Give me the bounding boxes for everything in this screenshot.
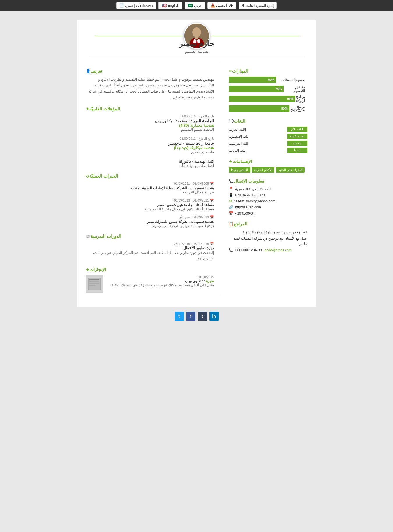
- skill-item: برنامج أوتوكاد 90%: [229, 95, 307, 103]
- languages-list: اللغة الأم اللغة العربية إجادة كاملة الل…: [229, 127, 307, 153]
- contact-title: معلومات الإتصال: [234, 178, 264, 184]
- skill-bar-row: برامج CAD/CAE 80%: [229, 105, 307, 113]
- edu-sub: أعمل على إنهائها حالياً.: [86, 164, 214, 168]
- achievement-text: 01/10/2015 سيرة : تطبيق ويب مثال على أفض…: [107, 275, 214, 287]
- pdf-button[interactable]: 📥 تحميل PDF: [207, 2, 236, 9]
- skill-item: تصميم المنتجات 60%: [229, 77, 307, 83]
- english-label: English: [168, 3, 179, 8]
- exp-date: 📅 01/09/2013 - حتى الآن: [86, 215, 214, 219]
- arabic-button[interactable]: 🇸🇦 عربي: [185, 2, 205, 9]
- manage-cv-button[interactable]: ⚙ إدارة السيرة الذاتية: [239, 2, 277, 9]
- interest-tag: المشي وحيداً: [229, 167, 250, 173]
- pdf-icon: 📥: [211, 3, 215, 8]
- interests-section-header: الإهتمامات ★: [229, 159, 307, 164]
- facebook-button[interactable]: f: [186, 312, 195, 321]
- reference-item: عبدالرحمن حسن - مدير إدارة الموارد البشر…: [229, 229, 307, 253]
- contact-list: المملكة العربية السعودية 📍 +917 056 3456…: [229, 187, 307, 215]
- contact-country-text: المملكة العربية السعودية: [235, 187, 271, 191]
- twitter-button[interactable]: t: [175, 312, 184, 321]
- svg-rect-3: [195, 37, 198, 39]
- contact-website-text: http://seirah.com: [235, 205, 261, 209]
- skills-list: تصميم المنتجات 60% مفاهيم التصميم 70% بر…: [229, 77, 307, 113]
- interest-tag: التحرك على الجليد: [276, 167, 305, 173]
- manage-label: إدارة السيرة الذاتية: [246, 3, 274, 8]
- pdf-label: تحميل PDF: [216, 3, 233, 8]
- intro-icon: 👤: [86, 69, 91, 73]
- intro-title: تعريف: [91, 68, 102, 74]
- svg-rect-9: [89, 285, 95, 286]
- linkedin-icon: in: [212, 314, 216, 319]
- lang-name: اللغة العربية: [229, 128, 246, 132]
- profile-name: حازم سمير: [77, 39, 316, 48]
- skill-bar-row: تصميم المنتجات 60%: [229, 77, 307, 83]
- right-column: تعريف 👤 مهندس تصميم موهوب و عامل بجد ، أ…: [86, 63, 214, 296]
- edu-institution: الجامعة العربية المفتوحة - بكالوريوس: [86, 119, 214, 123]
- svg-point-1: [192, 27, 201, 37]
- edu-degree: هندسة ميكانيكة (جيد جداً): [86, 146, 214, 150]
- education-icon: ★: [86, 107, 89, 111]
- edu-date: تاريخ التخرج : 01/09/2012: [86, 137, 214, 141]
- achievement-title: سيرة : تطبيق ويب: [107, 279, 214, 283]
- language-item: مبتدأ اللغة اليابانية: [229, 148, 307, 153]
- exp-company: هندسة تصميمات - شركة حسين للعقارات-مصر: [86, 220, 214, 224]
- english-button[interactable]: 🇺🇸 English: [158, 2, 182, 9]
- lang-level: مبتدأ: [287, 148, 307, 153]
- exp-date: 📅 01/09/2008 - 01/09/2011: [86, 182, 214, 185]
- experience-title: الخبرات العمليّة: [89, 174, 118, 179]
- references-title: المراجع: [234, 221, 247, 227]
- achievement-title-text: : تطبيق ويب: [185, 279, 205, 283]
- tumblr-icon: t: [202, 314, 203, 319]
- facebook-icon: f: [190, 314, 191, 319]
- achievement-image: [86, 275, 103, 293]
- skill-label: تصميم المنتجات: [276, 78, 307, 82]
- training-course-title: دورة تطوير الأعمال: [86, 246, 214, 250]
- reference-name: عبدالرحمن حسن - مدير إدارة الموارد البشر…: [229, 229, 307, 235]
- interests-title: الإهتمامات: [232, 159, 252, 164]
- experience-section-header: الخبرات العمليّة ⚙: [86, 174, 214, 179]
- training-title: الدورات التدريبية: [91, 234, 121, 239]
- skill-item: برامج CAD/CAE 80%: [229, 105, 307, 113]
- lang-name: اللغة الفرنسية: [229, 142, 249, 146]
- profile-divider: [89, 58, 304, 58]
- tumblr-button[interactable]: t: [198, 312, 207, 321]
- profile-header: حازم سمير هندسة تصميم: [77, 20, 316, 58]
- language-item: محدود اللغة الفرنسية: [229, 141, 307, 146]
- calendar-icon: 📅: [229, 211, 233, 215]
- email-icon-small: ✉: [259, 248, 262, 253]
- interest-tag: الأفلام الحديثة: [252, 167, 274, 173]
- references-section-header: المراجع 📋: [229, 221, 307, 227]
- linkedin-button[interactable]: in: [209, 312, 219, 321]
- lang-name: اللغة اليابانية: [229, 149, 246, 153]
- skills-section-header: المهارات ✏: [229, 68, 307, 74]
- references-icon: 📋: [229, 222, 234, 226]
- skill-label: مفاهيم التصميم: [284, 85, 307, 93]
- edu-institution: جامعة رايت ستيت - ماجستير: [86, 141, 214, 146]
- achievement-date: 01/10/2015: [107, 275, 214, 279]
- phone-icon-small: 📞: [229, 248, 233, 253]
- email-icon: ✉: [229, 199, 232, 203]
- languages-section-header: اللغات 💬: [229, 119, 307, 124]
- reference-phone: 08000001234: [235, 248, 257, 253]
- site-button[interactable]: 📄 سيرة | seirah.com: [116, 2, 156, 9]
- arabic-label: عربي: [194, 3, 202, 8]
- achievement-link[interactable]: سيرة: [206, 279, 214, 283]
- languages-title: اللغات: [234, 119, 245, 124]
- skill-bar-row: برنامج أوتوكاد 90%: [229, 95, 307, 103]
- contact-phone: +917 056 3456 070 📱: [229, 193, 307, 197]
- interests-icon: ★: [229, 159, 232, 164]
- skills-title: المهارات: [232, 68, 248, 74]
- left-column: المهارات ✏ تصميم المنتجات 60% مفاهيم الت…: [229, 63, 307, 296]
- education-item: كلية الهندسة - دكتوراة أعمل على إنهائها …: [86, 159, 214, 168]
- site-label: سيرة | seirah.com: [125, 3, 153, 8]
- education-section-header: المؤهلات العلميّة ★: [86, 106, 214, 112]
- reference-contact: abdo@email.com ✉ 08000001234 📞: [229, 248, 307, 253]
- education-title: المؤهلات العلميّة: [89, 106, 120, 112]
- social-footer: in t f t: [77, 307, 316, 325]
- achievements-title: الإنجازات: [89, 267, 106, 272]
- skill-bar: 80%: [229, 105, 289, 112]
- location-icon: 📍: [229, 187, 233, 191]
- header-line-right: [95, 36, 182, 36]
- experience-item: 📅 01/09/2008 - 01/09/2011 هندسة تصميمات …: [86, 182, 214, 194]
- svg-rect-7: [89, 281, 99, 282]
- us-flag-icon: 🇺🇸: [162, 3, 167, 8]
